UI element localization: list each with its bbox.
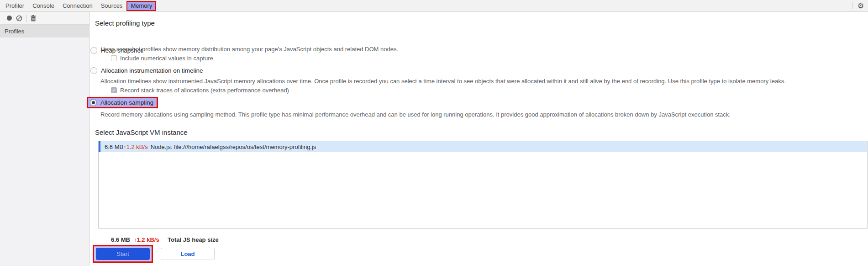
checkbox-label: Record stack traces of allocations (extr… <box>120 87 289 94</box>
load-button[interactable]: Load <box>161 248 215 260</box>
checkbox-icon[interactable] <box>111 55 117 61</box>
record-profile-button[interactable] <box>4 13 14 23</box>
total-heap-rate: ↑1.2 kB/s <box>134 236 168 243</box>
total-heap-size: 6.6 MB <box>111 236 134 243</box>
tab-profiler[interactable]: Profiler <box>1 0 28 12</box>
vm-heap-size: 6.6 MB <box>105 144 123 150</box>
option-description: Allocation timelines show instrumented J… <box>100 78 786 85</box>
total-heap-label: Total JS heap size <box>168 236 219 243</box>
profiles-label: Profiles <box>5 28 24 35</box>
topbar-separator <box>852 2 852 9</box>
clear-profiles-button[interactable] <box>14 13 24 23</box>
settings-gear-icon[interactable]: ⚙ <box>857 2 864 10</box>
vm-heap-rate: ↑1.2 kB/s <box>123 144 147 150</box>
checkbox-record-stack-traces[interactable]: Record stack traces of allocations (extr… <box>111 87 289 94</box>
radio-icon[interactable] <box>90 67 97 74</box>
vm-instance-list: 6.6 MB ↑1.2 kB/s Node.js: file:///home/r… <box>98 141 868 229</box>
option-description: Heap snapshot profiles show memory distr… <box>100 46 398 53</box>
block-icon <box>16 15 22 21</box>
start-button[interactable]: Start <box>96 248 150 260</box>
option-description: Record memory allocations using sampling… <box>100 111 731 118</box>
total-heap-footer: 6.6 MB ↑1.2 kB/s Total JS heap size <box>111 236 219 243</box>
radio-option-allocation-timeline[interactable]: Allocation instrumentation on timeline <box>90 67 203 74</box>
radio-icon[interactable] <box>90 47 97 54</box>
option-label: Allocation instrumentation on timeline <box>101 67 203 74</box>
tab-sources[interactable]: Sources <box>97 0 127 12</box>
memory-panel: Select profiling type Heap snapshot Heap… <box>89 12 868 266</box>
tab-connection[interactable]: Connection <box>58 0 97 12</box>
checkbox-label: Include numerical values in capture <box>120 55 213 62</box>
record-icon <box>6 15 12 21</box>
option-label: Allocation sampling <box>100 99 153 106</box>
tab-console[interactable]: Console <box>28 0 58 12</box>
radio-option-allocation-sampling[interactable]: Allocation sampling <box>90 99 153 106</box>
annotation-box-allocation-sampling: Allocation sampling <box>87 97 158 108</box>
checkbox-checked-icon[interactable] <box>111 87 117 93</box>
toolbar-separator <box>26 15 26 22</box>
tab-memory[interactable]: Memory <box>126 1 156 11</box>
profiles-section-header: Profiles <box>0 25 89 37</box>
profiles-sidebar: Profiles <box>0 12 89 266</box>
vm-instance-row[interactable]: 6.6 MB ↑1.2 kB/s Node.js: file:///home/r… <box>99 141 867 152</box>
trash-icon <box>31 15 36 21</box>
radio-selected-icon[interactable] <box>90 99 97 106</box>
tab-bar: Profiler Console Connection Sources Memo… <box>0 0 868 12</box>
vm-instance-name: Node.js: file:///home/rafaelgss/repos/os… <box>151 144 316 150</box>
vm-instance-title: Select JavaScript VM instance <box>95 128 188 136</box>
profiles-toolbar <box>0 12 89 25</box>
checkbox-include-numerical-values[interactable]: Include numerical values in capture <box>111 55 213 62</box>
profiling-type-title: Select profiling type <box>95 19 155 27</box>
delete-profile-button[interactable] <box>28 13 38 23</box>
annotation-box-start-button: Start <box>93 245 153 263</box>
